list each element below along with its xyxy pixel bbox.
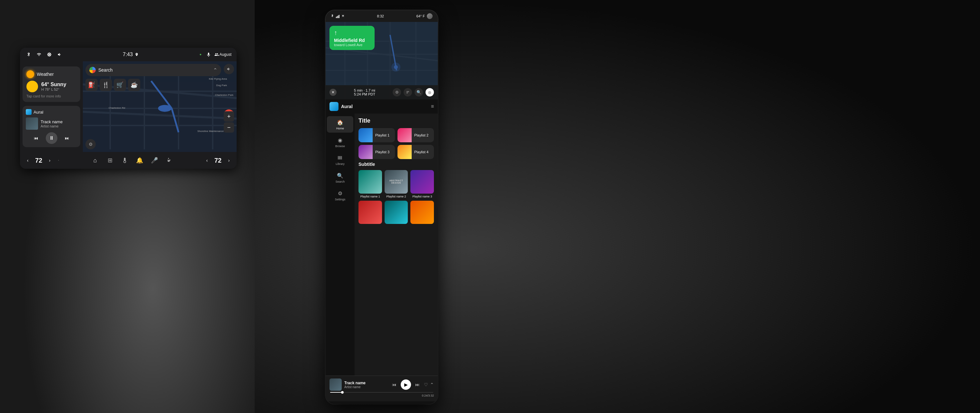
music-app-header: Aural: [26, 109, 77, 115]
eta-search-icon[interactable]: 🔍: [415, 88, 423, 96]
aural-small-icon: [26, 109, 32, 115]
climate-nav-button[interactable]: [120, 156, 129, 165]
weather-tap-hint: Tap card for more info: [26, 94, 76, 98]
google-maps-icon: [89, 67, 96, 73]
temp-main-value: 64° Sunny: [41, 81, 67, 88]
map-label-4: Dog Park: [216, 84, 227, 87]
music-card[interactable]: Aural Track name Artist name ⏮ ⏸ ⏭: [22, 106, 80, 147]
now-playing-progress[interactable]: [330, 392, 433, 393]
search-input[interactable]: Search: [98, 67, 210, 73]
temp-info: 64° Sunny H 78° L 52°: [41, 81, 67, 91]
map-volume-button[interactable]: [224, 64, 234, 74]
turn-street: Middlefield Rd: [334, 38, 370, 43]
gas-station-button[interactable]: ⛽: [86, 79, 98, 91]
apps-nav-button[interactable]: ⊞: [105, 156, 115, 165]
map-label-3: Kite Flying Area: [209, 77, 227, 80]
sidebar-item-browse[interactable]: ◉ Browse: [327, 134, 353, 150]
np-play-button[interactable]: ▶: [401, 380, 411, 390]
eta-close-button[interactable]: ✕: [329, 89, 337, 96]
sidebar-item-library[interactable]: Library: [327, 151, 353, 168]
prev-button[interactable]: ⏮: [32, 134, 41, 143]
subtitle-grid: Playlist name 1 ABSTRACT DESIGN Playlist…: [358, 170, 434, 198]
np-expand-button[interactable]: ⌃: [430, 382, 434, 387]
settings-icon: ⚙: [337, 190, 344, 197]
shopping-button[interactable]: 🛒: [114, 79, 126, 91]
sidebar-search-label: Search: [336, 180, 345, 183]
seat-nav-button[interactable]: [165, 156, 174, 165]
weather-sun-icon: [26, 70, 34, 78]
now-playing-bar: Track name Artist name ⏮ ▶ ⏭ ♡ ⌃ 0:24 / …: [326, 376, 438, 401]
phone-bottom-bar: − 70 + ⊞ 🎤 🔔 ⚙ − 70 +: [326, 401, 438, 404]
map-label-5: Charleston Park: [215, 94, 233, 96]
more-thumb-1[interactable]: [358, 201, 382, 224]
home-nav-button[interactable]: ⌂: [91, 156, 100, 165]
playlist-4-thumb: [398, 145, 412, 159]
eta-location-button[interactable]: ◎: [426, 88, 434, 96]
coffee-button[interactable]: ☕: [128, 79, 140, 91]
poi-row: ⛽ 🍴 🛒 ☕: [86, 79, 140, 91]
turn-toward: toward Lowell Ave: [334, 43, 370, 47]
zoom-out-button[interactable]: −: [224, 122, 234, 132]
subtitle-card-3[interactable]: Playlist name 3: [410, 170, 434, 198]
restaurant-button[interactable]: 🍴: [100, 79, 112, 91]
mic-nav-button[interactable]: 🎤: [150, 156, 159, 165]
subtitle-1-thumb: [358, 170, 382, 194]
temp-up-right[interactable]: ›: [225, 156, 233, 164]
playlist-card-4[interactable]: Playlist 4: [398, 145, 434, 159]
subtitle-3-name: Playlist name 3: [410, 195, 434, 198]
phone-nav-map: ↑ Middlefield Rd toward Lowell Ave ✕ 5 m…: [326, 22, 438, 99]
music-artist-name: Artist name: [41, 124, 62, 128]
subtitle-card-2[interactable]: ABSTRACT DESIGN Playlist name 2: [385, 170, 408, 198]
phone-bluetooth-icon: [331, 14, 334, 18]
status-time: 7:43: [123, 52, 138, 57]
bottom-bar: ‹ 72 › ⌂ ⊞ 🔔 🎤 ‹ 72 ›: [20, 152, 237, 169]
temp-down-left[interactable]: ‹: [24, 156, 32, 164]
svg-point-12: [158, 105, 172, 112]
svg-point-13: [342, 15, 344, 16]
sidebar-item-settings[interactable]: ⚙ Settings: [327, 187, 353, 204]
notifications-nav-button[interactable]: 🔔: [135, 156, 144, 165]
sidebar-item-home[interactable]: 🏠 Home: [327, 116, 353, 132]
eta-bar: ✕ 5 min · 1.7 mi 5:24 PM PDT ⚙ 🔍 ◎: [326, 85, 438, 99]
subtitle-2-thumb: ABSTRACT DESIGN: [385, 170, 408, 194]
temp-up-left[interactable]: ›: [46, 156, 54, 164]
subtitle-card-1[interactable]: Playlist name 1: [358, 170, 382, 198]
sidebar-home-label: Home: [336, 127, 344, 130]
playlist-card-2[interactable]: Playlist 2: [398, 128, 434, 142]
left-sidebar: Weather 64° Sunny H 78° L 52° Tap card f…: [20, 61, 83, 152]
zoom-in-button[interactable]: +: [224, 111, 234, 122]
eta-route-icon[interactable]: [404, 88, 412, 96]
passengers-icon: August: [215, 52, 231, 57]
map-settings-button[interactable]: ⚙: [86, 139, 96, 149]
aural-header: Aural ≡: [326, 99, 438, 113]
sidebar-item-search[interactable]: 🔍 Search: [327, 169, 353, 186]
time-total: 3:32: [428, 394, 434, 397]
temp-value-right: 72: [213, 157, 223, 164]
temp-down-right[interactable]: ‹: [203, 156, 211, 164]
subtitle-3-thumb: [410, 170, 434, 194]
np-prev-button[interactable]: ⏮: [390, 380, 399, 389]
search-bar[interactable]: Search ⌃: [86, 64, 221, 76]
nav-icons: ⌂ ⊞ 🔔 🎤: [91, 156, 174, 165]
left-panel: 7:43 August Weather: [0, 0, 255, 413]
playlist-2-thumb: [398, 128, 412, 142]
weather-card[interactable]: Weather 64° Sunny H 78° L 52° Tap card f…: [22, 67, 80, 102]
expand-icon[interactable]: ⌃: [213, 67, 217, 73]
playlist-card-3[interactable]: Playlist 3: [358, 145, 395, 159]
map-area: Amphitheatre Pkwy Charleston Rd Kite Fly…: [83, 61, 237, 152]
next-button[interactable]: ⏭: [62, 134, 72, 143]
music-controls: ⏮ ⏸ ⏭: [26, 132, 77, 144]
playlist-card-1[interactable]: Playlist 1: [358, 128, 395, 142]
search-icon: 🔍: [337, 172, 344, 179]
aural-more-button[interactable]: ≡: [431, 104, 434, 109]
status-left: [25, 51, 63, 58]
more-thumb-2[interactable]: [385, 201, 408, 224]
eta-settings-icon[interactable]: ⚙: [393, 88, 401, 96]
sidebar-library-label: Library: [336, 162, 345, 166]
np-next-button[interactable]: ⏭: [413, 380, 422, 389]
playlist-top-row: Playlist 1 Playlist 2: [358, 128, 434, 142]
more-thumb-3[interactable]: [410, 201, 434, 224]
pause-button[interactable]: ⏸: [46, 132, 57, 144]
np-heart-button[interactable]: ♡: [424, 382, 428, 387]
turn-direction-card: ↑ Middlefield Rd toward Lowell Ave: [329, 26, 375, 50]
